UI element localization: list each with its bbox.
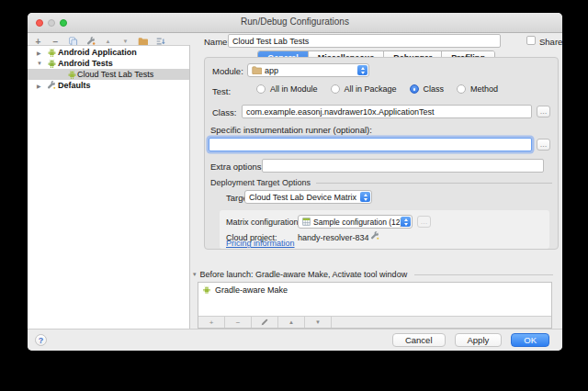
radio-label: Class (424, 84, 445, 94)
configurations-tree: ▶ Android Application ▼ Android Tests Cl… (28, 45, 190, 329)
expander-expanded-icon[interactable]: ▼ (37, 61, 44, 66)
tree-item-android-tests[interactable]: ▼ Android Tests (28, 58, 189, 69)
dropdown-stepper-icon[interactable] (360, 192, 370, 202)
before-launch-list[interactable]: Gradle-aware Make (198, 283, 551, 317)
test-label: Test: (212, 86, 231, 96)
radio-label: All in Module (270, 84, 318, 94)
expander-collapsed-icon[interactable]: ▶ (37, 83, 44, 89)
matrix-config-value: Sample configuration (12) (313, 218, 402, 227)
footer-buttons: Cancel Apply OK (392, 333, 549, 347)
before-launch-item-label: Gradle-aware Make (215, 285, 288, 295)
pricing-information-link[interactable]: Pricing information (226, 239, 295, 248)
target-dropdown[interactable]: Cloud Test Lab Device Matrix (244, 190, 372, 204)
tree-item-defaults[interactable]: ▶ Defaults (28, 80, 189, 91)
name-input[interactable] (228, 34, 501, 48)
cancel-button[interactable]: Cancel (392, 333, 446, 347)
runner-browse-button[interactable]: … (537, 139, 550, 151)
expander-collapsed-icon[interactable]: ▶ (37, 50, 44, 56)
radio-label: Method (470, 84, 498, 94)
radio-all-in-module[interactable]: All in Module (256, 84, 318, 94)
radio-selected-icon[interactable] (410, 84, 419, 94)
titlebar: Run/Debug Configurations (28, 13, 562, 33)
move-task-down-icon[interactable]: ▼ (305, 317, 332, 328)
ok-button[interactable]: OK (511, 333, 549, 347)
section-divider (316, 183, 552, 184)
before-launch-title: Before launch: Gradle-aware Make, Activa… (200, 270, 408, 279)
extra-options-input[interactable] (262, 159, 544, 173)
dropdown-stepper-icon[interactable] (357, 65, 368, 75)
before-launch-divider (414, 274, 553, 275)
matrix-config-icon (302, 218, 311, 226)
radio-method[interactable]: Method (457, 84, 498, 94)
apply-button[interactable]: Apply (455, 333, 503, 347)
tree-item-android-application[interactable]: ▶ Android Application (28, 47, 189, 58)
radio-icon[interactable] (331, 84, 340, 94)
matrix-browse-button-disabled: … (417, 216, 431, 228)
module-value: app (265, 66, 278, 75)
general-tab-panel: Module: app Test: All in Module All in P… (204, 57, 559, 250)
tree-item-label: Android Tests (58, 59, 113, 68)
android-icon (47, 59, 57, 69)
module-dropdown[interactable]: app (247, 63, 369, 77)
edit-task-icon[interactable] (252, 317, 278, 328)
before-launch-box: Gradle-aware Make + − ▲ ▼ (198, 282, 552, 329)
share-checkbox[interactable] (526, 36, 536, 45)
android-icon (47, 48, 57, 58)
cloud-project-value: handy-resolver-834 (298, 233, 369, 242)
extra-options-label: Extra options: (210, 162, 264, 172)
before-launch-header[interactable]: ▾ Before launch: Gradle-aware Make, Acti… (193, 270, 553, 279)
tree-item-label: Defaults (58, 81, 91, 90)
dropdown-stepper-icon[interactable] (401, 217, 411, 227)
target-value: Cloud Test Lab Device Matrix (249, 193, 356, 202)
deployment-target-options-section: Deployment Target Options (210, 178, 552, 187)
screenshot-stage: Run/Debug Configurations + − ▲ ▼ ▶ Andro… (0, 0, 588, 391)
dialog-footer: ? Cancel Apply OK (28, 329, 562, 351)
section-label: Deployment Target Options (210, 178, 311, 187)
name-label: Name: (204, 37, 230, 47)
tree-item-cloud-test-lab-tests[interactable]: Cloud Test Lab Tests (28, 69, 189, 80)
window-title: Run/Debug Configurations (28, 17, 562, 27)
class-label: Class: (212, 107, 236, 117)
add-task-button[interactable]: + (198, 317, 225, 328)
radio-icon[interactable] (457, 84, 466, 94)
run-debug-configurations-dialog: Run/Debug Configurations + − ▲ ▼ ▶ Andro… (28, 13, 562, 351)
share-label: Share (539, 37, 562, 47)
radio-class[interactable]: Class (410, 84, 445, 94)
wrench-icon (47, 81, 56, 90)
matrix-configuration-dropdown[interactable]: Sample configuration (12) (298, 215, 413, 229)
collapse-icon[interactable]: ▾ (193, 271, 197, 278)
tree-item-label: Cloud Test Lab Tests (77, 70, 153, 79)
radio-icon[interactable] (256, 84, 266, 94)
cloud-project-settings-icon[interactable] (370, 231, 379, 240)
matrix-configuration-label: Matrix configuration: (226, 218, 300, 227)
runner-label: Specific instrumentation runner (optiona… (210, 125, 372, 135)
help-button[interactable]: ? (35, 334, 47, 346)
before-launch-item[interactable]: Gradle-aware Make (198, 283, 551, 295)
module-label: Module: (212, 66, 243, 76)
class-browse-button[interactable]: … (537, 106, 550, 117)
tree-item-label: Android Application (58, 48, 137, 57)
android-icon (67, 70, 77, 80)
radio-all-in-package[interactable]: All in Package (331, 84, 397, 94)
runner-input[interactable] (209, 138, 532, 151)
remove-task-button[interactable]: − (225, 317, 252, 328)
class-input[interactable] (242, 105, 532, 118)
module-folder-icon (252, 66, 262, 74)
test-radio-group: All in Module All in Package Class Metho… (256, 84, 498, 94)
android-icon (202, 285, 211, 295)
move-task-up-icon[interactable]: ▲ (278, 317, 305, 328)
radio-label: All in Package (345, 84, 397, 94)
before-launch-toolbar: + − ▲ ▼ (198, 316, 551, 328)
